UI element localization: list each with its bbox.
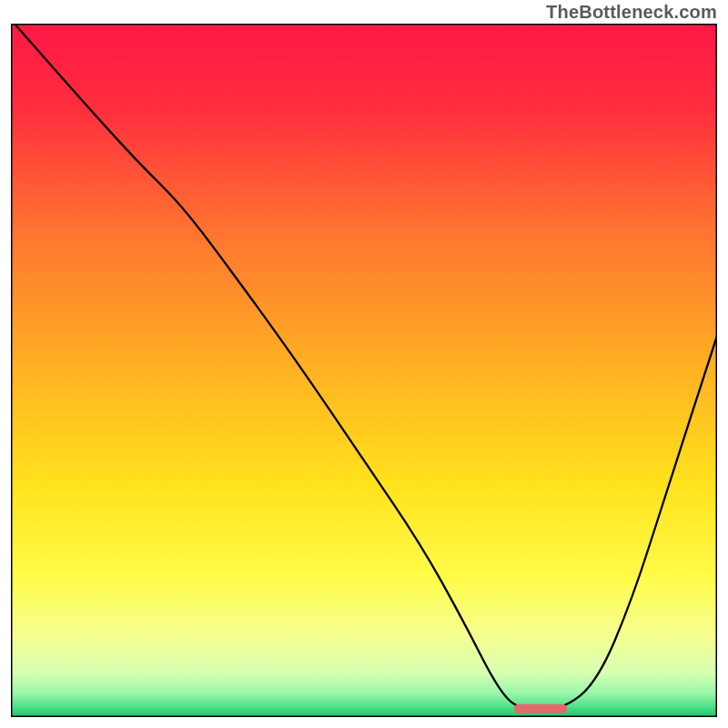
optimal-marker	[514, 704, 567, 713]
chart-container	[11, 24, 717, 717]
plot-background	[11, 24, 717, 717]
watermark-text: TheBottleneck.com	[546, 2, 717, 23]
bottleneck-chart	[11, 24, 717, 717]
